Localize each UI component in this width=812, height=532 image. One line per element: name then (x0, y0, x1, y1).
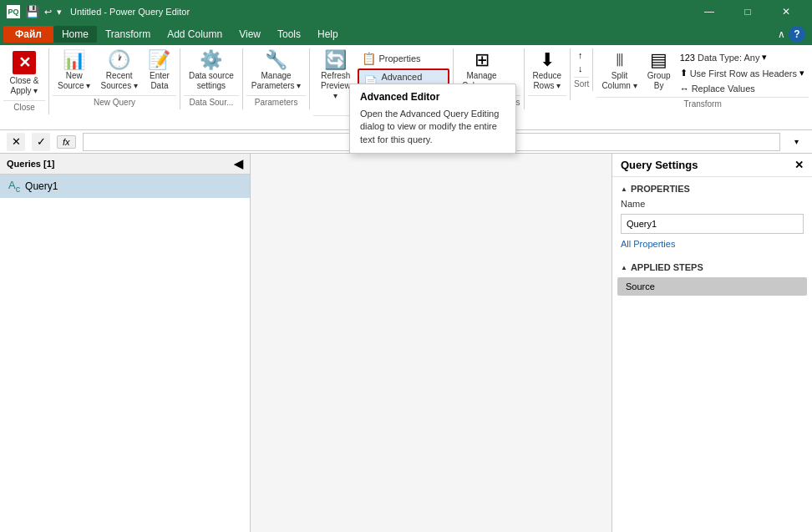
replace-values-label: Replace Values (692, 84, 755, 94)
manage-params-icon: 🔧 (265, 51, 287, 69)
formula-dropdown-btn[interactable]: ▾ (787, 133, 805, 151)
use-first-row-btn[interactable]: ⬆ Use First Row as Headers ▾ (676, 66, 809, 80)
sort-asc-btn[interactable]: ↑ (574, 48, 587, 62)
qat-dropdown[interactable]: ▾ (57, 7, 62, 18)
split-col-icon: ⫴ (616, 51, 624, 69)
recent-sources-btn[interactable]: 🕐 RecentSources ▾ (95, 48, 142, 94)
close-icon: ✕ (13, 51, 36, 74)
refresh-icon: 🔄 (324, 51, 347, 69)
menu-add-column[interactable]: Add Column (159, 26, 231, 43)
properties-btn[interactable]: 📋 Properties (358, 50, 449, 67)
ribbon-group-parameters: 🔧 ManageParameters ▾ Parameters (243, 48, 310, 109)
ribbon-controls: ∧ ? (778, 26, 809, 43)
refresh-label: RefreshPreview ▾ (318, 71, 353, 101)
menu-bar: Файл Home Transform Add Column View Tool… (0, 23, 812, 45)
main-area: Queries [1] ◀ Ac Query1 Query Settings ✕… (0, 154, 812, 532)
close-apply-btn[interactable]: ✕ Close &Apply ▾ (3, 48, 45, 99)
reduce-rows-items: ⬇ ReduceRows ▾ (528, 48, 566, 94)
split-column-btn[interactable]: ⫴ SplitColumn ▾ (596, 48, 642, 94)
query-item-1[interactable]: Ac Query1 (0, 175, 250, 198)
ribbon-group-close: ✕ Close &Apply ▾ Close (0, 48, 49, 114)
new-query-items: 📊 NewSource ▾ 🕐 RecentSources ▾ 📝 EnterD… (53, 48, 176, 94)
sort-desc-btn[interactable]: ↓ (574, 62, 587, 75)
sort-asc-icon: ↑ (578, 50, 583, 60)
enter-data-btn[interactable]: 📝 EnterData (143, 48, 176, 94)
menu-home[interactable]: Home (53, 26, 97, 43)
reduce-rows-label-group (528, 95, 566, 100)
menu-transform[interactable]: Transform (97, 26, 159, 43)
title-bar-left: PQ 💾 ↩ ▾ Untitled - Power Query Editor (7, 5, 190, 18)
ribbon-group-sort: ↑ ↓ Sort (571, 48, 593, 91)
name-label: Name (612, 197, 812, 210)
sort-items: ↑ ↓ (574, 48, 589, 75)
data-type-dropdown[interactable]: ▾ (762, 52, 767, 63)
group-by-icon: ▤ (650, 51, 667, 69)
query-settings-header: Query Settings ✕ (612, 154, 812, 177)
ribbon-collapse-btn[interactable]: ∧ (778, 28, 785, 40)
ribbon-group-datasource: ⚙️ Data sourcesettings Data Sour... (180, 48, 243, 109)
manage-params-label: ManageParameters ▾ (251, 71, 301, 91)
tooltip-text: Open the Advanced Query Editing dialog t… (360, 108, 505, 146)
save-icon[interactable]: 💾 (25, 5, 39, 18)
close-btn[interactable]: ✕ (767, 0, 805, 23)
step-label: Source (626, 281, 655, 291)
group-by-btn[interactable]: ▤ GroupBy (642, 48, 676, 94)
reduce-rows-btn[interactable]: ⬇ ReduceRows ▾ (528, 48, 566, 94)
data-source-settings-btn[interactable]: ⚙️ Data sourcesettings (184, 48, 239, 94)
queries-collapse-btn[interactable]: ◀ (234, 157, 243, 170)
queries-title: Queries [1] (7, 159, 54, 169)
new-query-label: New Query (53, 95, 176, 109)
datasource-items: ⚙️ Data sourcesettings (184, 48, 239, 94)
new-source-btn[interactable]: 📊 NewSource ▾ (53, 48, 95, 94)
manage-parameters-btn[interactable]: 🔧 ManageParameters ▾ (246, 48, 306, 94)
transform-items: ⫴ SplitColumn ▾ ▤ GroupBy 123 Data Type:… (596, 48, 809, 95)
recent-sources-label: RecentSources ▾ (100, 71, 137, 91)
use-first-row-dropdown[interactable]: ▾ (799, 68, 804, 79)
applied-steps-section-title: APPLIED STEPS (612, 256, 812, 276)
data-type-label: Data Type: Any (698, 53, 759, 63)
formula-cancel-btn[interactable]: ✕ (7, 133, 25, 151)
new-source-label: NewSource ▾ (58, 71, 90, 91)
reduce-rows-icon: ⬇ (540, 51, 555, 69)
datasource-label: Data Sour... (184, 95, 239, 109)
tooltip-box: Advanced Editor Open the Advanced Query … (349, 84, 516, 154)
menu-file[interactable]: Файл (3, 26, 53, 43)
help-icon[interactable]: ? (789, 26, 805, 43)
ribbon-group-transform: ⫴ SplitColumn ▾ ▤ GroupBy 123 Data Type:… (593, 48, 812, 111)
ribbon-group-reduce-rows: ⬇ ReduceRows ▾ (525, 48, 571, 100)
ribbon-group-new-query: 📊 NewSource ▾ 🕐 RecentSources ▾ 📝 EnterD… (49, 48, 180, 109)
properties-label: Properties (378, 53, 420, 63)
window-controls: — □ ✕ (690, 0, 805, 23)
minimize-btn[interactable]: — (690, 0, 728, 23)
menu-help[interactable]: Help (309, 26, 347, 43)
queries-panel: Queries [1] ◀ Ac Query1 (0, 154, 251, 532)
properties-section-title: PROPERTIES (612, 177, 812, 197)
enter-data-label: EnterData (150, 71, 170, 91)
maximize-btn[interactable]: □ (728, 0, 767, 23)
use-first-row-icon: ⬆ (680, 68, 688, 79)
undo-icon[interactable]: ↩ (44, 7, 52, 18)
formula-confirm-btn[interactable]: ✓ (32, 133, 50, 151)
menu-tools[interactable]: Tools (269, 26, 309, 43)
close-group-items: ✕ Close &Apply ▾ (3, 48, 45, 99)
tooltip-container: Advanced Editor Open the Advanced Query … (349, 84, 516, 154)
query-name: Query1 (25, 180, 58, 192)
replace-values-icon: ↔ (680, 84, 689, 94)
transform-small: 123 Data Type: Any ▾ ⬆ Use First Row as … (676, 48, 809, 95)
data-type-btn[interactable]: 123 Data Type: Any ▾ (676, 50, 809, 64)
group-by-label: GroupBy (647, 71, 671, 91)
replace-values-btn[interactable]: ↔ Replace Values (676, 82, 809, 95)
app-icon: PQ (7, 5, 20, 18)
new-source-icon: 📊 (63, 51, 85, 69)
data-source-label: Data sourcesettings (189, 71, 234, 91)
data-source-icon: ⚙️ (200, 51, 222, 69)
all-properties-link[interactable]: All Properties (612, 237, 812, 256)
menu-view[interactable]: View (231, 26, 269, 43)
query-settings-close-btn[interactable]: ✕ (794, 159, 804, 171)
applied-step-source[interactable]: Source (617, 277, 807, 296)
query-name-input[interactable] (621, 214, 804, 234)
transform-label-group: Transform (596, 97, 809, 111)
enter-data-icon: 📝 (148, 51, 170, 69)
center-area (251, 154, 612, 532)
sort-label-group: Sort (574, 77, 589, 91)
